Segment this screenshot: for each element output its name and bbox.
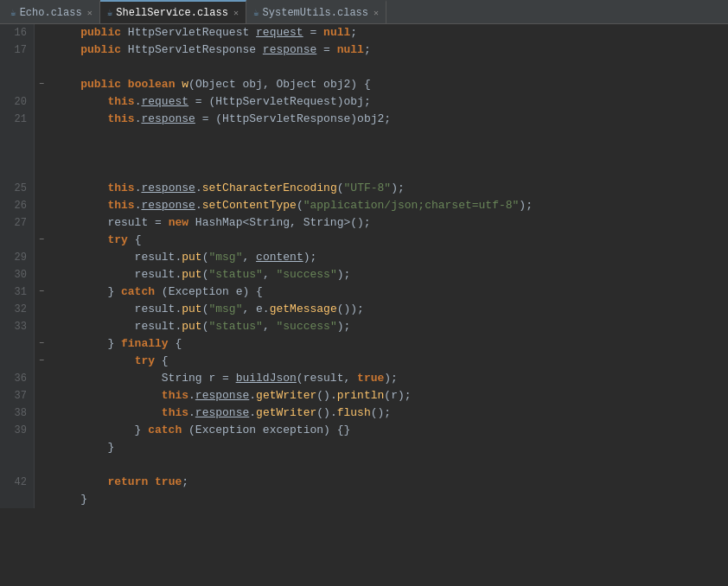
linenum-empty-1: [0, 59, 35, 76]
tab-shellservice-label: ShellService.class: [116, 7, 228, 19]
collapse-33: [35, 318, 48, 335]
linenum-26: 26: [0, 197, 35, 214]
line-32: 32 result.put("msg", e.getMessage());: [0, 301, 728, 318]
collapse-empty-5: [35, 456, 48, 474]
collapse-20: [35, 93, 48, 111]
code-35: try {: [48, 353, 169, 370]
line-27: 27 result = new HashMap<String, String>(…: [0, 214, 728, 232]
collapse-27: [35, 214, 48, 232]
line-33: 33 result.put("status", "success");: [0, 318, 728, 335]
code-25: this.response.setCharacterEncoding("UTF-…: [48, 180, 405, 197]
collapse-26: [35, 197, 48, 214]
line-36: 36 String r = buildJson(result, true);: [0, 370, 728, 387]
tab-echo-close[interactable]: ✕: [87, 8, 93, 18]
collapse-28[interactable]: −: [35, 232, 48, 249]
tab-echo[interactable]: ☕ Echo.class ✕: [3, 0, 100, 23]
line-34: − } finally {: [0, 335, 728, 353]
collapse-17: [35, 41, 48, 59]
line-29: 29 result.put("msg", content);: [0, 249, 728, 266]
line-28: − try {: [0, 232, 728, 249]
line-25: 25 this.response.setCharacterEncoding("U…: [0, 180, 728, 197]
code-28: try {: [48, 232, 141, 249]
code-17: public HttpServletResponse response = nu…: [48, 41, 371, 59]
collapse-29: [35, 249, 48, 266]
line-19: − public boolean w(Object obj, Object ob…: [0, 76, 728, 93]
line-37: 37 this.response.getWriter().println(r);: [0, 387, 728, 404]
echo-tab-icon: ☕: [10, 7, 16, 18]
line-30: 30 result.put("status", "success");: [0, 266, 728, 283]
code-empty-5: [48, 456, 61, 474]
code-empty-4: [48, 162, 61, 180]
code-31: } catch (Exception e) {: [48, 283, 263, 301]
tab-systemutils-close[interactable]: ✕: [374, 8, 379, 18]
collapse-empty-2: [35, 128, 48, 145]
code-26: this.response.setContentType("applicatio…: [48, 197, 533, 214]
linenum-empty-5: [0, 456, 35, 474]
linenum-17: 17: [0, 41, 35, 59]
line-empty-1: [0, 59, 728, 76]
collapse-35[interactable]: −: [35, 353, 48, 370]
collapse-31[interactable]: −: [35, 283, 48, 301]
line-21: 21 this.response = (HttpServletResponse)…: [0, 111, 728, 128]
collapse-34[interactable]: −: [35, 335, 48, 353]
line-16: 16 public HttpServletRequest request = n…: [0, 24, 728, 41]
code-27: result = new HashMap<String, String>();: [48, 214, 371, 232]
linenum-19: [0, 76, 35, 93]
linenum-40: [0, 439, 35, 456]
collapse-36: [35, 370, 48, 387]
editor-window: ☕ Echo.class ✕ ☕ ShellService.class ✕ ☕ …: [0, 0, 728, 586]
tab-shellservice[interactable]: ☕ ShellService.class ✕: [100, 0, 246, 23]
linenum-38: 38: [0, 404, 35, 422]
code-16: public HttpServletRequest request = null…: [48, 24, 357, 41]
collapse-38: [35, 404, 48, 422]
tab-systemutils[interactable]: ☕ SystemUtils.class ✕: [246, 0, 386, 23]
collapse-19[interactable]: −: [35, 76, 48, 93]
linenum-39: 39: [0, 422, 35, 439]
linenum-34: [0, 335, 35, 353]
line-17: 17 public HttpServletResponse response =…: [0, 41, 728, 59]
code-29: result.put("msg", content);: [48, 249, 316, 266]
collapse-empty-1: [35, 59, 48, 76]
collapse-21: [35, 111, 48, 128]
code-empty-3: [48, 145, 61, 162]
code-20: this.request = (HttpServletRequest)obj;: [48, 93, 371, 111]
code-38: this.response.getWriter().flush();: [48, 404, 391, 422]
tab-shellservice-close[interactable]: ✕: [233, 8, 239, 18]
code-36: String r = buildJson(result, true);: [48, 370, 398, 387]
linenum-27: 27: [0, 214, 35, 232]
code-empty-2: [48, 128, 61, 145]
line-40: }: [0, 439, 728, 456]
linenum-28: [0, 232, 35, 249]
collapse-30: [35, 266, 48, 283]
linenum-33: 33: [0, 318, 35, 335]
shellservice-tab-icon: ☕: [107, 7, 113, 18]
line-closing: }: [0, 491, 728, 508]
code-19: public boolean w(Object obj, Object obj2…: [48, 76, 371, 93]
code-33: result.put("status", "success");: [48, 318, 350, 335]
collapse-32: [35, 301, 48, 318]
collapse-40: [35, 439, 48, 456]
linenum-21: 21: [0, 111, 35, 128]
code-closing: }: [48, 491, 87, 508]
line-empty-3: [0, 145, 728, 162]
code-empty-1: [48, 59, 61, 76]
tab-systemutils-label: SystemUtils.class: [263, 7, 368, 19]
linenum-30: 30: [0, 266, 35, 283]
line-empty-5: [0, 456, 728, 474]
code-lines: 16 public HttpServletRequest request = n…: [0, 24, 728, 586]
collapse-empty-4: [35, 162, 48, 180]
linenum-32: 32: [0, 301, 35, 318]
code-21: this.response = (HttpServletResponse)obj…: [48, 111, 391, 128]
code-30: result.put("status", "success");: [48, 266, 350, 283]
collapse-25: [35, 180, 48, 197]
linenum-31: 31: [0, 283, 35, 301]
collapse-37: [35, 387, 48, 404]
code-42: return true;: [48, 474, 188, 491]
collapse-39: [35, 422, 48, 439]
code-39: } catch (Exception exception) {}: [48, 422, 350, 439]
line-42: 42 return true;: [0, 474, 728, 491]
linenum-empty-3: [0, 145, 35, 162]
linenum-37: 37: [0, 387, 35, 404]
tab-echo-label: Echo.class: [20, 7, 82, 19]
collapse-42: [35, 474, 48, 491]
